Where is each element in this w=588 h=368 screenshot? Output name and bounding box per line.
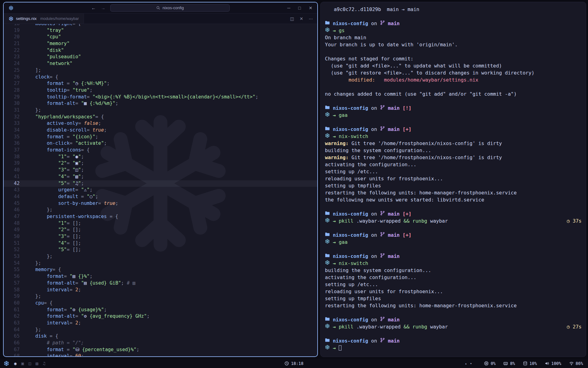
code-token: modules-right [35,24,72,26]
tray-icon-2[interactable]: ▾ [470,362,472,366]
code-line[interactable]: 24"network" [4,60,317,67]
code-line[interactable]: 54}; [4,260,317,267]
code-token: = [67,174,70,179]
terminal-text: && [404,323,409,330]
code-token: interval [47,353,70,356]
clock-module[interactable]: 18:18 [285,361,303,366]
code-line[interactable]: 56format= "▤ {}%"; [4,273,317,280]
code-line[interactable]: 47persistent-workspaces = { [4,213,317,220]
minimize-button[interactable]: ─ [287,6,290,10]
code-token: tooltip [47,87,67,93]
code-line[interactable]: 38"1"= "◉"; [4,154,317,160]
editor-window[interactable]: ← → nixos-config ─ □ ✕ settings.nix modu… [3,2,318,357]
code-token: "memory" [47,41,70,46]
nix-menu-icon[interactable] [4,361,9,366]
code-line[interactable]: 68interval= 60; [4,353,317,356]
nav-forward-button[interactable]: → [101,5,105,10]
code-token: = [47,333,53,339]
code-line[interactable]: 32"hyprland/workspaces"= { [4,114,317,121]
workspace-2[interactable]: ▣ [21,361,24,366]
code-line[interactable]: 18modules-right= [ [4,24,317,27]
code-line[interactable]: 36on-click= "activate"; [4,140,317,147]
code-line[interactable]: 52"5"= []; [4,247,317,253]
code-line[interactable]: 59}; [4,293,317,300]
code-line[interactable]: 35format = "{icon}"; [4,134,317,140]
code-line[interactable]: 30format-alt= "▦ {:%d/%m}"; [4,100,317,107]
code-text: "5"= "♫"; [20,180,84,187]
workspace-4[interactable]: ▧ [36,361,38,366]
code-line[interactable]: 67format = "⛁ {percentage_used}%"; [4,347,317,353]
code-line[interactable]: 25]; [4,67,317,74]
code-line[interactable]: 41"4"= "▧"; [4,174,317,180]
tray-icon-1[interactable]: ▴ [465,362,467,366]
network-module[interactable]: 86% [569,361,583,366]
code-line[interactable]: 49"2"= []; [4,227,317,233]
code-line[interactable]: 66# path = "/"; [4,340,317,347]
code-line[interactable]: 65disk = { [4,333,317,340]
line-number: 47 [4,213,20,220]
code-line[interactable]: 50"3"= []; [4,233,317,240]
terminal-window[interactable]: a9c0c72..d11029b main → main nixos-confi… [320,2,586,357]
code-line[interactable]: 21"memory" [4,40,317,47]
workspace-5[interactable]: ♫ [43,361,45,366]
code-line[interactable]: 53}; [4,253,317,260]
line-number: 30 [4,100,20,107]
workspace-1[interactable]: ◉ [14,361,17,366]
code-line[interactable]: 31}; [4,107,317,114]
code-token: format [47,134,64,140]
memory-module[interactable]: 8% [503,361,515,366]
code-line[interactable]: 58interval= 2; [4,287,317,293]
code-line[interactable]: 29tooltip-format= "<big>{:%Y %B}</big>\n… [4,94,317,101]
code-line[interactable]: 33active-only= false; [4,120,317,127]
nav-back-button[interactable]: ← [91,5,96,10]
terminal-row: no changes added to commit (use "git add… [325,90,582,98]
terminal-text: warning: [325,140,349,147]
command-duration: ◷ 27s [567,323,582,330]
code-line[interactable]: 26clock= { [4,74,317,81]
code-line[interactable]: 43urgent= "⚠"; [4,187,317,194]
code-line[interactable]: 27format = "◷ {:%H:%M}"; [4,80,317,87]
code-token: ; [81,181,84,186]
close-editor-button[interactable]: ✕ [300,16,303,21]
code-line[interactable]: 40"3"= "◫"; [4,167,317,174]
code-line[interactable]: 42"5"= "♫"; [4,180,317,187]
more-actions-button[interactable]: ⋯ [309,16,313,21]
code-line[interactable]: 57format-alt= "▤ {used} GiB"; # ▥ [4,280,317,287]
cpu-module[interactable]: 0% [484,361,496,366]
code-line[interactable]: 23"pulseaudio" [4,54,317,60]
code-token: }; [35,260,41,266]
code-line[interactable]: 34disable-scroll= true; [4,127,317,134]
code-line[interactable]: 46}; [4,207,317,213]
code-line[interactable]: 63interval= 2; [4,320,317,327]
code-editor[interactable]: 18modules-right= [19"tray"20"cpu"21"memo… [4,24,317,356]
code-line[interactable]: 37format-icons= { [4,147,317,154]
disk-module[interactable]: 10% [523,361,537,366]
code-text: disk = { [20,333,58,340]
code-line[interactable]: 60cpu= { [4,300,317,307]
workspace-3[interactable]: ◫ [28,361,31,366]
code-line[interactable]: 22"disk" [4,47,317,54]
code-lines: 18modules-right= [19"tray"20"cpu"21"memo… [4,24,317,356]
code-token: " [70,181,75,186]
code-line[interactable]: 44default = "○"; [4,194,317,200]
code-line[interactable]: 45sort-by-number= true; [4,200,317,207]
code-text: tooltip= "true"; [20,87,92,94]
code-line[interactable]: 61format= "⚙ {usage}%"; [4,307,317,313]
code-line[interactable]: 39"2"= "▣"; [4,160,317,167]
close-button[interactable]: ✕ [309,6,312,10]
maximize-button[interactable]: □ [298,6,301,10]
split-editor-button[interactable]: ◫ [290,16,294,21]
code-line[interactable]: 64}; [4,327,317,333]
code-line[interactable]: 51"4"= []; [4,240,317,247]
code-line[interactable]: 20"cpu" [4,34,317,40]
code-token: ; [137,347,139,352]
terminal-text: activating the configuration... [325,274,417,281]
search-box[interactable]: nixos-config [110,4,230,12]
code-line[interactable]: 28tooltip= "true"; [4,87,317,94]
code-line[interactable]: 62format-alt= "⚙ {avg_frequency} GHz"; [4,313,317,320]
tab-settings-nix[interactable]: settings.nix modules/home/waybar [4,13,84,24]
code-line[interactable]: 55memory= { [4,266,317,273]
code-line[interactable]: 19"tray" [4,27,317,34]
code-line[interactable]: 48"1"= []; [4,220,317,227]
volume-module[interactable]: 100% [545,361,561,366]
